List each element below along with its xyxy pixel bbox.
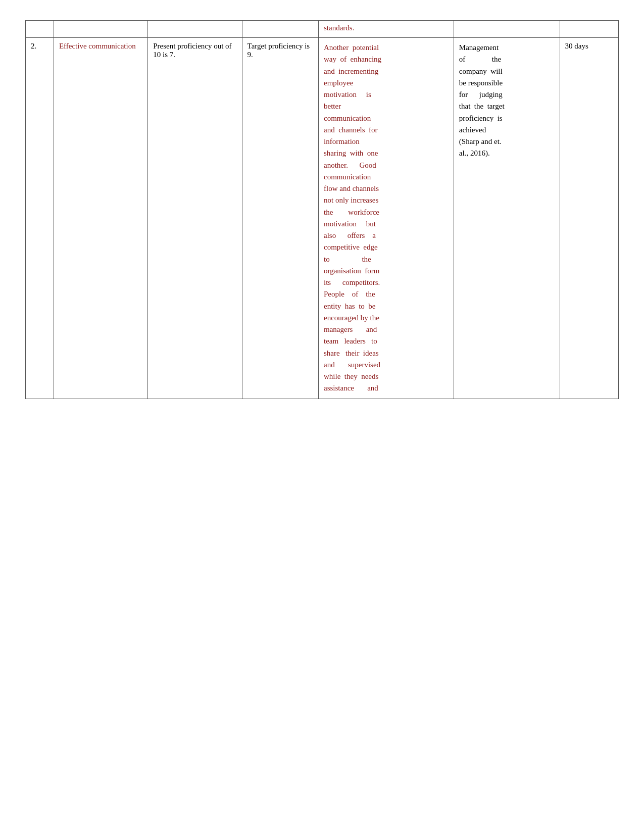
row2-area: Effective communication (59, 42, 136, 50)
row2-target-cell: Target proficiency is 9. (242, 38, 318, 399)
row2-resp-cell: Management of the company will be respon… (454, 38, 560, 399)
row2-present: Present proficiency out of 10 is 7. (153, 42, 231, 59)
row2-present-cell: Present proficiency out of 10 is 7. (148, 38, 242, 399)
standards-area-cell (54, 21, 147, 38)
row2-action-text: Another potential way of enhancing and i… (324, 43, 381, 392)
row2-timeline-cell: 30 days (560, 38, 619, 399)
row2-action-cell: Another potential way of enhancing and i… (318, 38, 454, 399)
standards-num-cell (26, 21, 54, 38)
row-2: 2. Effective communication Present profi… (26, 38, 619, 399)
row2-timeline: 30 days (565, 42, 588, 50)
page-container: standards. 2. Effective communication Pr… (25, 20, 619, 399)
row2-area-cell: Effective communication (54, 38, 147, 399)
row2-responsibility-text: Management of the company will be respon… (459, 43, 505, 157)
standards-present-cell (148, 21, 242, 38)
standards-target-cell (242, 21, 318, 38)
standards-action-cell: standards. (318, 21, 454, 38)
row2-target: Target proficiency is 9. (247, 42, 310, 59)
standards-row: standards. (26, 21, 619, 38)
main-table: standards. 2. Effective communication Pr… (25, 20, 619, 399)
row2-num-cell: 2. (26, 38, 54, 399)
standards-text: standards. (324, 24, 354, 32)
standards-resp-cell (454, 21, 560, 38)
standards-time-cell (560, 21, 619, 38)
row2-num: 2. (31, 42, 36, 50)
